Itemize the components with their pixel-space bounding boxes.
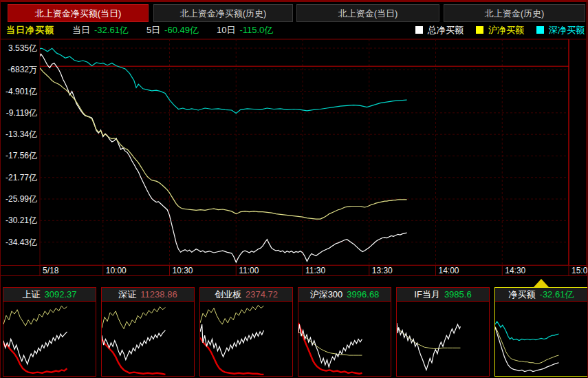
y-axis-label: -21.77亿 bbox=[1, 174, 37, 182]
main-series-line-2 bbox=[36, 48, 407, 113]
main-series-line-1 bbox=[36, 64, 407, 219]
x-axis-label: 10:30 bbox=[173, 266, 193, 275]
tab-northbound-net-buy-history[interactable]: 北上资金净买额(历史) bbox=[153, 4, 293, 22]
tab-bar: 北上资金净买额(当日) 北上资金净买额(历史) 北上资金(当日) 北上资金(历史… bbox=[1, 0, 588, 21]
stat-today: 当日 -32.61亿 bbox=[72, 24, 129, 36]
x-axis-label: 15:00 bbox=[571, 266, 588, 275]
mini-series-line-1 bbox=[397, 323, 460, 370]
chart-title: 当日净买额 bbox=[6, 24, 54, 36]
mini-panel-row: 上证3092.37 深证11238.86 创业板2374.72 沪深300399… bbox=[3, 287, 588, 377]
x-axis-label: 11:00 bbox=[239, 266, 259, 275]
mini-chart-canvas bbox=[298, 302, 391, 376]
legend-shenzhen-label: 深净买额 bbox=[549, 24, 585, 36]
x-axis-label: 13:30 bbox=[372, 266, 393, 275]
y-axis-label: -34.43亿 bbox=[1, 238, 37, 246]
stat-10day-value: -115.0亿 bbox=[239, 24, 273, 36]
stat-10day: 10日 -115.0亿 bbox=[217, 24, 273, 36]
mini-panel-if-futures[interactable]: IF当月3985.6 bbox=[396, 287, 490, 377]
mini-chart-canvas bbox=[397, 302, 489, 376]
legend-shanghai: 沪净买额 bbox=[476, 24, 524, 36]
stat-today-value: -32.61亿 bbox=[94, 24, 129, 36]
mini-panel-title: IF当月 bbox=[414, 288, 440, 301]
y-axis-label: 3.535亿 bbox=[1, 44, 37, 52]
mini-chart-canvas bbox=[102, 302, 194, 376]
mini-panel-value: 3996.68 bbox=[347, 288, 379, 301]
x-axis-label: 10:00 bbox=[106, 266, 127, 275]
mini-chart-canvas bbox=[200, 302, 292, 376]
mini-panel-title: 上证 bbox=[23, 288, 41, 301]
legend-total-label: 总净买额 bbox=[428, 24, 464, 36]
x-axis-label: 14:30 bbox=[505, 266, 525, 275]
mini-panel-value: 3985.6 bbox=[444, 288, 472, 301]
stat-10day-label: 10日 bbox=[217, 24, 235, 36]
legend-shenzhen-swatch-icon bbox=[536, 26, 544, 34]
mini-panel-shenzhen-index[interactable]: 深证11238.86 bbox=[101, 287, 195, 377]
x-axis-label: 5/18 bbox=[43, 266, 58, 275]
mini-series-line-0 bbox=[495, 322, 558, 341]
mini-series-line-1 bbox=[3, 306, 67, 326]
mini-panel-title: 净买额 bbox=[509, 288, 536, 301]
mini-panel-net-buy[interactable]: 净买额-32.61亿 bbox=[494, 287, 588, 377]
y-axis-label: -30.21亿 bbox=[1, 216, 37, 224]
y-axis-label: -9.119亿 bbox=[1, 109, 37, 117]
y-axis-label: -17.56亿 bbox=[1, 151, 37, 160]
mini-series-line-2 bbox=[3, 332, 67, 364]
legend-shanghai-swatch-icon bbox=[476, 26, 483, 34]
y-axis-label: -13.34亿 bbox=[1, 130, 37, 138]
tab-northbound-net-buy-today[interactable]: 北上资金净买额(当日) bbox=[8, 4, 149, 22]
mini-panel-value: -32.61亿 bbox=[540, 288, 574, 301]
mini-series-line-1 bbox=[298, 332, 362, 355]
mini-chart-canvas bbox=[3, 302, 96, 376]
mini-series-line-0 bbox=[102, 339, 165, 375]
main-chart-canvas bbox=[1, 0, 588, 282]
mini-panel-value: 3092.37 bbox=[45, 288, 77, 301]
mini-series-line-2 bbox=[200, 324, 263, 357]
mini-series-line-1 bbox=[200, 305, 263, 324]
mini-panel-shanghai-index[interactable]: 上证3092.37 bbox=[3, 287, 96, 377]
x-axis-label: 11:30 bbox=[305, 266, 325, 275]
stat-today-label: 当日 bbox=[72, 24, 90, 36]
y-axis-label: -25.99亿 bbox=[1, 195, 37, 203]
legend-total-swatch-icon bbox=[415, 26, 423, 34]
mini-series-line-2 bbox=[102, 330, 165, 360]
main-chart: 3.535亿-6832万-4.901亿-9.119亿-13.34亿-17.56亿… bbox=[1, 0, 588, 282]
stat-5day: 5日 -60.49亿 bbox=[146, 24, 199, 36]
mini-chart-canvas bbox=[495, 302, 587, 376]
legend: 总净买额 沪净买额 深净买额 bbox=[403, 24, 585, 36]
y-axis-label: -4.901亿 bbox=[1, 87, 37, 96]
stat-5day-label: 5日 bbox=[146, 24, 160, 36]
y-axis-label: -6832万 bbox=[1, 65, 37, 74]
mini-panel-csi300[interactable]: 沪深3003996.68 bbox=[298, 287, 391, 377]
mini-series-line-2 bbox=[298, 324, 362, 367]
info-bar: 当日净买额 当日 -32.61亿 5日 -60.49亿 10日 -115.0亿 … bbox=[1, 21, 588, 39]
plot-border bbox=[40, 39, 569, 265]
mini-panel-value: 11238.86 bbox=[140, 288, 177, 301]
mini-series-line-0 bbox=[3, 343, 67, 373]
main-series-line-0 bbox=[36, 54, 407, 262]
mini-panel-chinext[interactable]: 创业板2374.72 bbox=[199, 287, 293, 377]
legend-total: 总净买额 bbox=[415, 24, 464, 36]
selected-panel-marker-icon bbox=[534, 279, 549, 287]
stat-5day-value: -60.49亿 bbox=[164, 24, 199, 36]
mini-series-line-1 bbox=[102, 306, 165, 328]
legend-shenzhen: 深净买额 bbox=[536, 24, 585, 36]
mini-panel-title: 沪深300 bbox=[310, 288, 343, 301]
tab-northbound-funds-today[interactable]: 北上资金(当日) bbox=[296, 4, 439, 22]
mini-panel-title: 创业板 bbox=[215, 288, 241, 301]
mini-panel-value: 2374.72 bbox=[246, 288, 278, 301]
mini-series-line-0 bbox=[298, 323, 362, 374]
app-window: 北上资金净买额(当日) 北上资金净买额(历史) 北上资金(当日) 北上资金(历史… bbox=[0, 0, 588, 378]
mini-panel-title: 深证 bbox=[118, 288, 136, 301]
tab-northbound-funds-history[interactable]: 北上资金(历史) bbox=[444, 4, 585, 22]
x-axis-label: 14:00 bbox=[439, 266, 459, 275]
legend-shanghai-label: 沪净买额 bbox=[488, 24, 524, 36]
